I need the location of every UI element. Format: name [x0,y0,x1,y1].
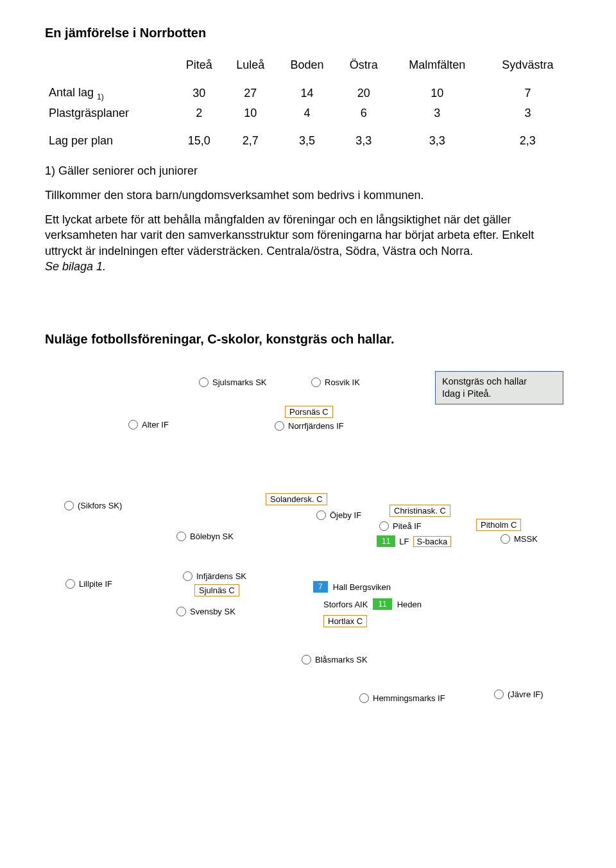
paragraph-text: Ett lyckat arbete för att behålla mångfa… [45,213,534,257]
circle-icon [501,534,510,544]
table-row: Antal lag 1) 30 27 14 20 10 7 [45,83,571,104]
club-label: Piteå IF [393,521,422,531]
cell: 2 [174,104,224,123]
circle-icon [128,420,138,430]
row-sub: 1) [97,92,104,101]
club-node: Lillpite IF [65,579,112,589]
pitch-count: 11 [377,535,395,547]
cell: 2,7 [224,132,277,150]
circle-icon [176,532,186,541]
table-row: Lag per plan 15,0 2,7 3,5 3,3 3,3 2,3 [45,132,571,150]
paragraph: Ett lyckat arbete för att behålla mångfa… [45,212,571,274]
paragraph: Tillkommer den stora barn/ungdomsverksam… [45,187,571,203]
school-label: Sjulnäs C [194,584,239,596]
club-label: Sjulsmarks SK [212,378,267,387]
info-line: Idag i Piteå. [442,388,492,399]
club-label: (Sikfors SK) [78,501,122,510]
see-appendix: Se bilaga 1. [45,260,106,273]
club-node: Rosvik IK [311,378,360,387]
cell: 15,0 [174,132,224,150]
cell: 4 [277,104,338,123]
page-title: En jämförelse i Norrbotten [45,26,571,40]
cell: 3 [390,104,484,123]
school-label: Pitholm C [476,519,521,531]
cell: 7 [484,83,571,104]
club-node: (Jävre IF) [494,690,543,699]
club-label: Blåsmarks SK [315,655,368,664]
club-node: Öjeby IF [316,510,361,520]
club-node: Piteå IF [379,521,422,531]
club-node: (Sikfors SK) [64,501,122,510]
cell: 27 [224,83,277,104]
area-label: Heden [397,600,422,609]
club-label: Alter IF [142,420,169,430]
circle-icon [302,655,311,664]
row-label: Antal lag [49,86,97,99]
school-box: Porsnäs C [285,406,333,417]
school-label: Porsnäs C [285,406,333,418]
row-label: Lag per plan [45,132,174,150]
club-node: Alter IF [128,420,169,430]
map-diagram: Konstgräs och hallar Idag i Piteå. Sjuls… [45,366,571,725]
club-label: Öjeby IF [330,510,361,520]
col-header: Sydvästra [484,56,571,74]
circle-icon [176,607,186,616]
cell: 2,3 [484,132,571,150]
cell: 10 [390,83,484,104]
school-box: Christinask. C [389,505,450,516]
school-label: Christinask. C [389,505,450,517]
club-label: Storfors AIK [323,600,368,609]
club-label: Hemmingsmarks IF [373,693,445,703]
cell: 30 [174,83,224,104]
col-header: Luleå [224,56,277,74]
club-node: Infjärdens SK [183,571,246,581]
circle-icon [494,690,504,699]
circle-icon [183,571,193,581]
club-node: Bölebyn SK [176,532,234,541]
club-node: Sjulsmarks SK [199,378,267,387]
club-label: Svensby SK [190,607,235,616]
abbrev-label: LF [399,537,409,546]
pitch-row: Storfors AIK 11 Heden [323,598,422,610]
school-label: Hortlax C [323,615,367,627]
club-node: Hemmingsmarks IF [359,693,445,703]
comparison-table: Piteå Luleå Boden Östra Malmfälten Sydvä… [45,56,571,150]
cell: 6 [338,104,390,123]
circle-icon [199,378,209,387]
school-box: Sjulnäs C [194,584,239,596]
school-box: Pitholm C [476,519,521,530]
area-box: S-backa [413,536,452,547]
cell: 3,5 [277,132,338,150]
club-label: Norrfjärdens IF [288,421,344,431]
club-label: Rosvik IK [325,378,360,387]
club-label: Infjärdens SK [196,571,246,581]
info-line: Konstgräs och hallar [442,376,527,386]
col-header: Östra [338,56,390,74]
cell: 20 [338,83,390,104]
circle-icon [379,521,389,531]
club-node: MSSK [501,534,538,544]
col-header: Malmfälten [390,56,484,74]
club-node: Blåsmarks SK [302,655,368,664]
col-header: Piteå [174,56,224,74]
club-label: Bölebyn SK [190,532,234,541]
club-node: Svensby SK [176,607,235,616]
cell: 3,3 [338,132,390,150]
club-node: Norrfjärdens IF [275,421,344,431]
club-label: MSSK [514,534,538,544]
pitch-count: 11 [373,598,391,610]
school-box: Hortlax C [323,615,367,627]
pitch-row: 11 LF S-backa [377,535,451,547]
table-footnote: 1) Gäller seniorer och juniorer [45,163,571,178]
club-label: (Jävre IF) [508,690,543,699]
circle-icon [359,693,369,703]
school-label: Solandersk. C [266,493,327,505]
cell: 14 [277,83,338,104]
school-box: Solandersk. C [266,493,327,505]
info-box: Konstgräs och hallar Idag i Piteå. [435,371,563,404]
cell: 3,3 [390,132,484,150]
circle-icon [64,501,74,510]
club-label: Lillpite IF [79,579,112,589]
row-label: Plastgräsplaner [45,104,174,123]
section-heading: Nuläge fotbollsföreningar, C-skolor, kon… [45,332,571,347]
